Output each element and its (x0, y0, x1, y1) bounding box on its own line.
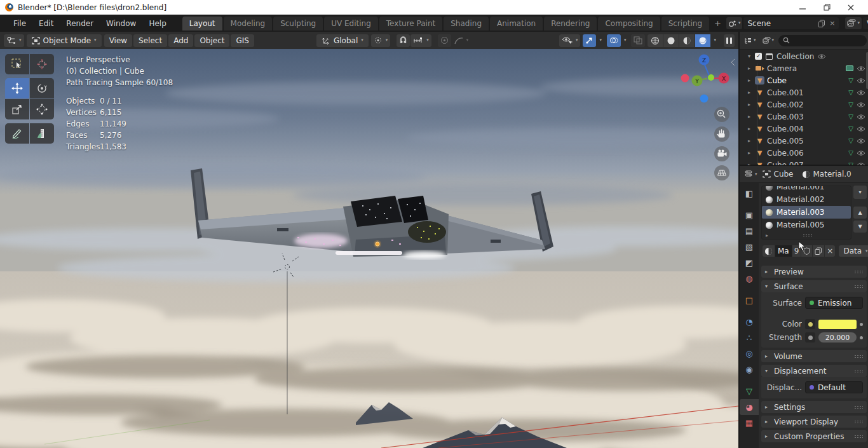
menu-item[interactable]: Render (60, 17, 99, 30)
outliner-row[interactable]: ▸ Cube (740, 74, 868, 86)
workspace-tab[interactable]: Layout (182, 17, 222, 31)
properties-tab[interactable] (740, 346, 759, 362)
strength-slider[interactable]: 20.000 (818, 332, 857, 343)
new-material-icon[interactable] (813, 245, 824, 257)
viewport-menu-item[interactable]: Select (133, 34, 167, 47)
gizmos-dropdown[interactable]: ▾ (597, 34, 604, 47)
panel-viewport-display[interactable]: ▸Viewport Display (761, 416, 867, 428)
menu-item[interactable]: Window (100, 17, 142, 30)
outliner-row[interactable]: ▸ Cube.003 (740, 111, 868, 123)
material-slot[interactable]: Material.001 (762, 186, 851, 193)
material-users-button[interactable]: 9 (792, 245, 801, 257)
proportional-falloff-button[interactable]: ▾ (452, 34, 471, 47)
outliner-search-input[interactable] (778, 35, 867, 46)
unlink-scene-icon[interactable]: × (829, 19, 835, 27)
outliner-row[interactable]: ▸ Cube.002 (740, 98, 868, 111)
breadcrumb-object-name[interactable]: Cube (774, 170, 794, 179)
outliner-row[interactable]: ▸ Cube.007 (740, 159, 868, 165)
menu-item[interactable]: Edit (33, 17, 59, 30)
properties-tab[interactable] (740, 415, 759, 431)
editor-type-button[interactable]: ▾ (4, 34, 24, 47)
hide-eye-icon[interactable] (856, 65, 865, 72)
hide-eye-icon[interactable] (856, 126, 865, 132)
animate-color-dot[interactable] (860, 323, 863, 326)
menu-item[interactable]: File (8, 17, 32, 30)
outliner-row[interactable]: ▸ Camera (740, 62, 868, 74)
properties-tab[interactable] (740, 314, 759, 330)
snap-target-button[interactable]: ▾ (410, 34, 431, 47)
hide-eye-icon[interactable] (817, 53, 826, 60)
object-name[interactable]: Cube.003 (767, 112, 804, 121)
hide-eye-icon[interactable] (856, 150, 865, 156)
browse-material-icon[interactable] (763, 245, 775, 257)
panel-preview[interactable]: ▸Preview (761, 266, 867, 278)
properties-tab[interactable] (740, 383, 759, 399)
color-input-socket-icon[interactable] (805, 319, 815, 329)
cursor-tool[interactable] (30, 54, 54, 74)
properties-tab[interactable] (740, 330, 759, 346)
restore-button[interactable] (815, 0, 839, 15)
move-tool[interactable] (5, 78, 29, 98)
material-slot[interactable]: Material.003 (762, 206, 851, 219)
workspace-tab[interactable]: Scripting (661, 17, 709, 31)
emission-color-swatch[interactable] (818, 320, 857, 329)
properties-tab[interactable] (740, 207, 759, 223)
properties-tab[interactable] (740, 362, 759, 377)
strength-input-socket-icon[interactable] (805, 332, 815, 343)
surface-shader-select[interactable]: Emission (805, 297, 863, 309)
properties-editor-type-button[interactable]: ▾ (743, 168, 759, 180)
viewport-menu-item[interactable]: GIS (231, 34, 254, 47)
viewport-menu-item[interactable]: Object (194, 34, 229, 47)
shading-wireframe-button[interactable] (648, 34, 663, 47)
object-name[interactable]: Cube.006 (767, 149, 804, 158)
annotate-tool[interactable] (5, 123, 29, 144)
panel-settings[interactable]: ▸Settings (761, 401, 867, 413)
shading-material-button[interactable] (679, 34, 695, 47)
workspace-tab[interactable]: Shading (444, 17, 489, 31)
slot-list-resize-grip[interactable]: ▸ (762, 231, 851, 239)
properties-tab[interactable] (740, 399, 759, 415)
slot-move-up-button[interactable]: ▲ (853, 207, 867, 219)
workspace-tab[interactable]: Animation (490, 17, 543, 31)
object-name[interactable]: Cube.007 (767, 161, 804, 166)
workspace-tab[interactable]: Sculpting (273, 17, 323, 31)
pivot-point-button[interactable]: ▾ (371, 34, 391, 47)
shading-rendered-button[interactable] (695, 34, 710, 47)
outliner-row[interactable]: ▸ Cube.006 (740, 147, 868, 159)
view-layer-name-field[interactable]: View Layer × (863, 17, 868, 29)
hide-eye-icon[interactable] (856, 78, 865, 84)
overlays-toggle[interactable] (607, 34, 621, 47)
scene-name-field[interactable]: Scene × (743, 17, 839, 29)
viewport-menu-item[interactable]: View (104, 34, 132, 47)
browse-scene-icon[interactable]: ▾ (726, 17, 743, 29)
outliner-filter-button[interactable]: ▾ (761, 34, 776, 46)
panel-surface[interactable]: ▾Surface (761, 280, 867, 292)
shading-dropdown[interactable]: ▾ (711, 34, 719, 47)
new-scene-icon[interactable] (818, 20, 825, 27)
breadcrumb-material-name[interactable]: Material.0 (813, 170, 851, 179)
mode-selector[interactable]: Object Mode▾ (27, 34, 102, 47)
unlink-material-icon[interactable]: × (825, 245, 835, 257)
hide-eye-icon[interactable] (856, 90, 865, 96)
properties-tab[interactable] (740, 239, 759, 255)
shading-solid-button[interactable] (663, 34, 679, 47)
collection-checkbox[interactable]: ✓ (755, 53, 762, 60)
close-button[interactable] (839, 0, 863, 15)
animate-strength-dot[interactable] (860, 336, 863, 339)
hide-eye-icon[interactable] (856, 162, 865, 166)
properties-tab[interactable] (740, 255, 759, 271)
hide-eye-icon[interactable] (856, 138, 865, 144)
menu-item[interactable]: Help (143, 17, 172, 30)
select-box-tool[interactable] (5, 54, 29, 74)
outliner-row[interactable]: ▸ Cube.005 (740, 135, 868, 147)
gizmos-toggle[interactable] (583, 34, 596, 47)
fake-user-shield-icon[interactable] (801, 245, 812, 257)
snap-toggle[interactable] (397, 34, 410, 47)
pause-render-button[interactable] (724, 34, 735, 47)
displacement-select[interactable]: Default (805, 381, 863, 393)
add-workspace-button[interactable]: + (709, 17, 726, 29)
object-visibility-button[interactable]: ▾ (559, 34, 581, 47)
object-name[interactable]: Cube (767, 76, 787, 85)
material-link-select[interactable]: Data▾ (839, 245, 868, 257)
material-specials-button[interactable]: ▾ (853, 186, 867, 199)
